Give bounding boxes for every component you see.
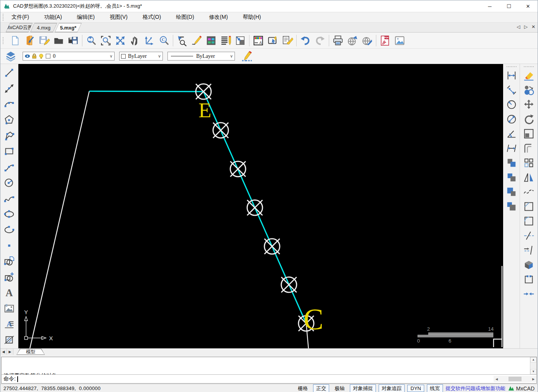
break-button[interactable] [521,272,536,287]
rotate-button[interactable] [521,112,536,126]
export-pdf-button[interactable]: PDF [378,33,392,48]
layer-manager-button[interactable] [3,49,18,64]
line-button[interactable] [2,65,17,80]
toggle-栅格[interactable]: 栅格 [295,385,310,392]
format-brush-button[interactable] [280,33,295,48]
document-tab[interactable]: 4.mxg [30,23,57,32]
spline-button[interactable] [2,190,17,206]
quick-select-button[interactable] [266,33,280,48]
scale-button[interactable] [521,126,536,141]
zoom-center-button[interactable]: C [157,33,171,48]
command-input[interactable]: 命令: ◀ ▶ [2,375,536,383]
scroll-left-icon[interactable]: ◀ [494,376,500,382]
tab-close-button[interactable]: ✕ [531,24,535,30]
save-as-button[interactable] [66,33,80,48]
scroll-thumb[interactable] [508,377,522,381]
polygon-button[interactable] [2,112,17,128]
layout-prev-button[interactable]: ◀ [0,349,7,355]
color-palette-button[interactable]: A [251,33,266,48]
mirror-button[interactable] [521,170,536,185]
join-button[interactable] [521,287,536,301]
toggle-DYN[interactable]: DYN [407,385,424,392]
menu-h[interactable]: 帮助(H) [239,13,265,22]
print-button[interactable] [331,33,345,48]
command-scrollbar[interactable]: ▲ ▼ [530,357,536,374]
toggle-对象捕捉[interactable]: 对象捕捉 [350,384,376,392]
zoom-extents-button[interactable] [113,33,128,48]
minimize-button[interactable]: ─ [480,0,499,12]
properties-table-button[interactable] [204,33,218,48]
toggle-极轴[interactable]: 极轴 [332,385,347,392]
chamfer-button[interactable] [521,199,536,214]
dim-aligned-button[interactable] [504,83,519,97]
redo-button[interactable] [313,33,327,48]
drawing-canvas[interactable]: ECYX21406 [18,64,503,348]
ucs-axes-button[interactable] [142,33,157,48]
point-button[interactable] [2,238,17,253]
layer-dropdown-arrow-icon[interactable]: ∨ [107,54,113,59]
copy-base-button[interactable] [504,170,519,185]
publish-web-button[interactable] [345,33,360,48]
menu-d[interactable]: 绘图(D) [172,13,198,22]
dim-linear-button[interactable] [504,68,519,83]
toggle-对象追踪[interactable]: 对象追踪 [379,384,405,392]
menu-m[interactable]: 修改(M) [205,13,232,22]
arc-3point-button[interactable] [2,159,17,175]
toggle-正交[interactable]: 正交 [313,384,329,392]
color-select[interactable]: ByLayer ∨ [119,52,163,61]
create-block-button[interactable] [2,269,17,285]
layout-next-button[interactable]: ▶ [7,349,13,355]
rectangle-button[interactable] [2,143,17,159]
export-image-button[interactable] [392,33,407,48]
maximize-button[interactable]: ☐ [499,0,518,12]
insert-block-button[interactable] [2,253,17,269]
open-folder-button[interactable] [51,33,66,48]
menu-f[interactable]: 文件(F) [8,13,33,22]
command-hscrollbar[interactable]: ◀ ▶ [494,376,536,382]
menu-o[interactable]: 格式(O) [139,13,165,22]
document-tab[interactable]: 5.mxg* [55,23,82,32]
erase-button[interactable] [521,68,536,83]
close-button[interactable]: ✕ [518,0,538,12]
undo-button[interactable] [298,33,313,48]
model-tab[interactable]: 模型 [16,349,45,355]
zoom-previous-button[interactable] [175,33,189,48]
open-cloud-button[interactable] [22,33,37,48]
web-edit-button[interactable] [360,33,374,48]
tab-scroll-left-button[interactable]: ◁ [517,24,520,30]
lineweight-button[interactable] [239,49,254,64]
list-edit-button[interactable] [218,33,233,48]
paste-block-button[interactable] [504,199,519,214]
zoom-inout-button[interactable] [84,33,98,48]
single-text-button[interactable]: A [2,285,17,300]
linetype-dropdown-arrow-icon[interactable]: ∨ [228,54,233,59]
trim-button[interactable] [521,228,536,243]
offset-button[interactable] [521,141,536,156]
menu-e[interactable]: 编辑(E) [73,13,99,22]
linetype-select[interactable]: ByLayer ∨ [167,52,235,61]
fillet-button[interactable] [521,214,536,228]
dim-diameter-button[interactable] [504,112,519,126]
multiline-text-button[interactable]: A [2,316,17,332]
menu-v[interactable]: 视图(V) [106,13,131,22]
arc-button[interactable] [2,96,17,112]
menu-a[interactable]: 功能(A) [40,13,66,22]
new-file-button[interactable] [8,33,22,48]
toggle-线宽[interactable]: 线宽 [427,384,443,392]
scroll-up-icon[interactable]: ▲ [530,357,536,362]
edit-spline-button[interactable] [521,185,536,199]
export-box-button[interactable] [233,33,248,48]
sketch-button[interactable] [189,33,204,48]
hatch-button[interactable] [2,332,17,348]
copy-button[interactable] [521,83,536,97]
command-history[interactable]: 选择要定数等分的对象:输入线段数目<6>: 6 ▲ ▼ [2,357,536,375]
paste-clip-button[interactable] [504,185,519,199]
construction-line-button[interactable] [2,80,17,96]
pan-button[interactable] [128,33,142,48]
ellipse-arc-button[interactable] [2,222,17,238]
insert-image-button[interactable] [2,300,17,316]
copy-clip-button[interactable] [504,156,519,170]
save-button[interactable] [37,33,51,48]
array-button[interactable] [521,156,536,170]
scroll-right-icon[interactable]: ▶ [530,376,536,382]
